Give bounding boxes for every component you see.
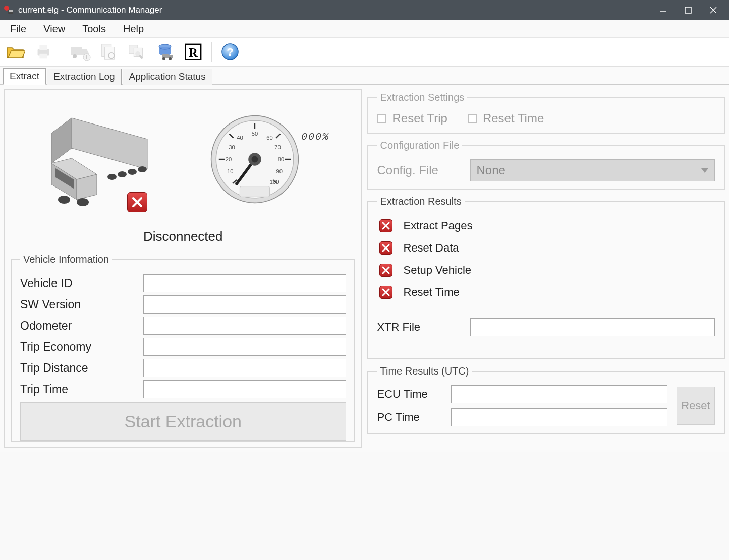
menu-file[interactable]: File <box>3 22 33 36</box>
svg-point-0 <box>4 6 9 11</box>
extraction-results-group: Extraction Results Extract Pages Reset D… <box>367 196 725 359</box>
disconnected-icon <box>127 192 147 212</box>
svg-text:80: 80 <box>278 156 284 162</box>
toolbar: i R <box>0 38 729 67</box>
open-folder-button[interactable] <box>3 40 27 64</box>
xtr-file-label: XTR File <box>377 321 458 334</box>
svg-rect-10 <box>71 47 82 55</box>
vehicle-id-field[interactable] <box>143 274 346 292</box>
sw-version-field[interactable] <box>143 295 346 314</box>
tab-application-status[interactable]: Application Status <box>123 69 212 85</box>
extraction-settings-legend: Extraction Settings <box>377 92 468 103</box>
svg-rect-23 <box>162 54 169 58</box>
extraction-settings-group: Extraction Settings Reset Trip Reset Tim… <box>367 92 725 134</box>
r-button[interactable]: R <box>181 40 205 64</box>
gauge-image: 50 4060 3070 2080 1090 0100 <box>208 99 329 220</box>
odometer-label: Odometer <box>20 319 136 333</box>
tab-extract[interactable]: Extract <box>3 68 46 85</box>
trip-economy-label: Trip Economy <box>20 340 136 354</box>
ecu-time-label: ECU Time <box>377 388 443 401</box>
ecu-time-field[interactable] <box>451 385 668 403</box>
svg-marker-31 <box>72 118 147 169</box>
svg-rect-9 <box>39 54 47 59</box>
svg-text:R: R <box>189 46 198 59</box>
close-button[interactable] <box>701 0 726 20</box>
svg-rect-2 <box>9 10 13 12</box>
help-button[interactable]: ? <box>218 40 242 64</box>
trip-economy-field[interactable] <box>143 338 346 356</box>
svg-rect-8 <box>39 45 47 50</box>
config-file-value: None <box>477 163 506 177</box>
maximize-button[interactable] <box>676 0 701 20</box>
svg-point-40 <box>118 171 127 177</box>
svg-text:40: 40 <box>237 135 243 141</box>
svg-text:70: 70 <box>274 144 281 150</box>
odometer-field[interactable] <box>143 317 346 335</box>
svg-rect-68 <box>240 186 270 197</box>
reset-trip-checkbox[interactable]: Reset Trip <box>377 111 447 126</box>
svg-text:30: 30 <box>229 144 235 150</box>
menu-view[interactable]: View <box>36 22 72 36</box>
chevron-down-icon <box>701 168 708 173</box>
svg-point-25 <box>162 57 165 60</box>
trip-distance-field[interactable] <box>143 359 346 377</box>
svg-point-67 <box>252 156 258 163</box>
truck-image <box>36 101 157 217</box>
x-icon <box>379 264 392 277</box>
preview-button[interactable] <box>96 40 121 64</box>
extraction-results-legend: Extraction Results <box>377 196 465 207</box>
vehicle-information-legend: Vehicle Information <box>20 254 112 265</box>
setup-vehicle-label: Setup Vehicle <box>404 264 472 277</box>
svg-rect-4 <box>685 7 691 13</box>
pc-time-label: PC Time <box>377 411 443 424</box>
print-button[interactable] <box>31 40 55 64</box>
menu-help[interactable]: Help <box>116 22 151 36</box>
truck-info-button[interactable]: i <box>68 40 92 64</box>
settings-button[interactable] <box>125 40 149 64</box>
svg-point-26 <box>169 57 172 60</box>
reset-data-label: Reset Data <box>404 241 459 255</box>
trip-distance-label: Trip Distance <box>20 361 136 375</box>
window-title: current.elg - Communication Manager <box>18 5 162 15</box>
minimize-button[interactable] <box>650 0 676 20</box>
reset-time-label: Reset Time <box>483 111 544 126</box>
svg-point-38 <box>77 198 89 206</box>
svg-text:?: ? <box>227 46 233 58</box>
svg-point-42 <box>138 166 147 172</box>
svg-text:i: i <box>86 55 88 60</box>
reset-time-checkbox[interactable]: Reset Time <box>468 111 544 126</box>
trip-time-label: Trip Time <box>20 383 136 396</box>
app-icon <box>3 5 14 16</box>
x-icon <box>379 219 392 232</box>
reset-time-result-label: Reset Time <box>404 286 460 299</box>
xtr-file-field[interactable] <box>470 318 715 336</box>
svg-text:10: 10 <box>227 168 233 174</box>
svg-rect-24 <box>169 55 173 58</box>
toolbar-separator <box>211 42 212 62</box>
x-icon <box>379 286 392 299</box>
database-truck-button[interactable] <box>153 40 177 64</box>
x-icon <box>379 241 392 255</box>
start-extraction-button[interactable]: Start Extraction <box>20 402 346 441</box>
tab-extraction-log[interactable]: Extraction Log <box>47 69 121 85</box>
svg-point-41 <box>128 169 137 175</box>
time-results-group: Time Results (UTC) ECU Time PC Time Rese… <box>367 365 725 434</box>
config-file-label: Config. File <box>377 163 458 177</box>
pc-time-field[interactable] <box>451 408 668 426</box>
trip-time-field[interactable] <box>143 380 346 398</box>
time-results-legend: Time Results (UTC) <box>377 365 472 377</box>
vehicle-id-label: Vehicle ID <box>20 277 136 290</box>
extract-pages-label: Extract Pages <box>404 219 473 232</box>
reset-trip-label: Reset Trip <box>392 111 447 126</box>
svg-text:60: 60 <box>266 135 272 141</box>
svg-point-11 <box>73 54 77 58</box>
menu-tools[interactable]: Tools <box>75 22 113 36</box>
configuration-file-group: Configuration File Config. File None <box>367 140 725 190</box>
menubar: File View Tools Help <box>0 20 729 38</box>
tabs-row: Extract Extraction Log Application Statu… <box>0 67 729 85</box>
config-file-select[interactable]: None <box>470 159 715 181</box>
titlebar: current.elg - Communication Manager <box>0 0 729 20</box>
svg-marker-32 <box>51 118 72 163</box>
reset-time-button[interactable]: Reset <box>677 387 715 425</box>
svg-point-20 <box>135 51 140 56</box>
